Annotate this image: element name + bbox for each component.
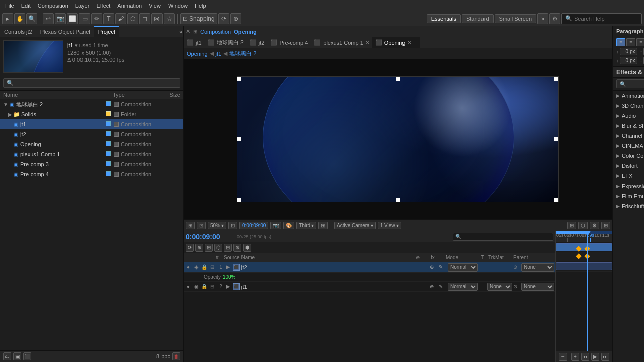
cat-expression-controls[interactable]: ▶ Expression Controls — [613, 181, 644, 191]
effects-search-input[interactable] — [628, 81, 644, 87]
pen-tool-btn[interactable]: ✏ — [91, 13, 102, 24]
corner-handle-bm[interactable] — [396, 198, 400, 202]
opacity-keyframe-1[interactable] — [576, 253, 581, 259]
new-footage-btn[interactable]: ⬛ — [23, 352, 31, 360]
workspace-standard-btn[interactable]: Standard — [462, 14, 494, 23]
tab-plexus[interactable]: ⬛ plexus1 Comp 1 ✕ — [311, 37, 372, 48]
snap-toggle-btn[interactable]: ⊡ Snapping — [180, 13, 217, 24]
workspace-more-btn[interactable]: » — [537, 13, 548, 24]
track-row-jt2[interactable] — [556, 242, 612, 252]
indent-val-1[interactable]: 0 px — [620, 48, 637, 55]
vt-color-btn[interactable]: 🎨 — [283, 222, 294, 229]
cat-frischluft[interactable]: ▶ Frischluft — [613, 201, 644, 211]
tl-transport-prev[interactable]: ⏮ — [581, 353, 589, 361]
layer-pencil-btn[interactable]: ✎ — [439, 264, 447, 270]
snap-extra-btn[interactable]: ⊕ — [230, 13, 242, 24]
tab-jt1[interactable]: ⬛ jt1 — [184, 37, 205, 48]
layer-parent-select[interactable]: None — [521, 263, 554, 272]
vt-zoom-selector[interactable]: 50% ▾ — [208, 222, 226, 229]
search-input[interactable] — [574, 16, 638, 22]
layer-search-input[interactable] — [461, 234, 551, 240]
panel-collapse-icon[interactable]: ≡ — [174, 29, 177, 35]
bit-depth-label[interactable]: 8 bpc — [156, 353, 170, 359]
list-item[interactable]: ▣ jt2 Composition — [0, 129, 183, 139]
undo-btn[interactable]: ↩ — [43, 13, 54, 24]
layer-solo-btn[interactable]: ◉ — [193, 284, 200, 289]
keyframe-diamond-1[interactable] — [576, 246, 581, 251]
indent-val-4[interactable]: 0 px — [620, 57, 637, 64]
corner-handle-mr[interactable] — [554, 137, 558, 141]
menu-view[interactable]: View — [146, 2, 164, 10]
list-item[interactable]: ▣ plexus1 Comp 1 Composition — [0, 149, 183, 159]
vt-time-display[interactable]: 0:00:09:00 — [239, 222, 268, 229]
current-time-display[interactable]: 0:00:09:00 — [186, 233, 236, 241]
vt-view-count-btn[interactable]: 1 View ▾ — [378, 222, 401, 229]
comp-menu-btn[interactable]: ≡ — [260, 29, 263, 35]
vt-snap-btn[interactable]: ⊞ — [186, 222, 195, 229]
list-item[interactable]: ▼ ▣ 地球黑白 2 Composition — [0, 99, 183, 109]
cat-cinema4d[interactable]: ▶ CINEMA 4D — [613, 141, 644, 151]
track-row-jt1[interactable] — [556, 261, 612, 272]
layer-shy-btn[interactable]: ⊟ — [209, 284, 216, 289]
align-center-btn[interactable]: ≡ — [626, 38, 635, 46]
layer-expand-btn[interactable]: ▶ — [226, 283, 232, 290]
puppet-tool-btn[interactable]: ⋈ — [151, 13, 163, 24]
layer-link-btn[interactable]: ⊕ — [430, 264, 438, 270]
tl-ctrl-btn-7[interactable]: ⬢ — [243, 244, 251, 252]
list-item[interactable]: ▣ jt1 Composition — [0, 119, 183, 129]
corner-handle-tl[interactable] — [237, 77, 242, 81]
tl-transport-next[interactable]: ⏭ — [601, 353, 609, 361]
menu-composition[interactable]: Composition — [35, 2, 71, 10]
layer-row-jt2[interactable]: ● ◉ 🔒 ⊟ 1 ▶ ⬛ jt2 ⊕ ✎ Normal — [184, 262, 555, 273]
layer-solo-btn[interactable]: ◉ — [193, 264, 200, 270]
cat-blur-sharpen[interactable]: ▶ Blur & Sharpen — [613, 121, 644, 131]
menu-edit[interactable]: Edit — [18, 2, 34, 10]
vt-settings-btn[interactable]: ⚙ — [590, 222, 599, 229]
tab-plexus[interactable]: Plexus Object Panel — [36, 26, 94, 37]
layer-row-jt1[interactable]: ● ◉ 🔒 ⊟ 2 ▶ ⬛ jt1 ⊕ ✎ Normal — [184, 282, 555, 292]
vt-snapshot-btn[interactable]: 📷 — [270, 222, 281, 229]
vt-view-mode-btn[interactable]: Third ▾ — [296, 222, 316, 229]
vt-view-mode-extra[interactable]: ⊞ — [318, 222, 328, 229]
layer-mode-select[interactable]: Normal — [448, 283, 478, 291]
rect-tool-btn[interactable]: ▭ — [79, 13, 90, 24]
vt-more-btn[interactable]: ⊞ — [601, 222, 610, 229]
vt-grid-btn[interactable]: ⊡ — [197, 222, 206, 229]
corner-handle-tr[interactable] — [554, 77, 558, 81]
tab-project[interactable]: Project — [94, 26, 119, 37]
tab-close-btn[interactable]: ✕ — [365, 40, 369, 45]
panel-expand-icon[interactable]: » — [179, 29, 182, 35]
camera-btn[interactable]: 📷 — [55, 13, 66, 24]
timeline-ruler[interactable]: 05s 06s 07s 08s — [556, 231, 612, 242]
corner-handle-bl[interactable] — [237, 198, 242, 202]
menu-effect[interactable]: Effect — [93, 2, 113, 10]
tl-ctrl-btn-6[interactable]: ⊛ — [233, 244, 242, 252]
cat-3d-channel[interactable]: ▶ 3D Channel — [613, 101, 644, 111]
tl-zoom-out-btn[interactable]: − — [559, 353, 567, 361]
corner-handle-tm[interactable] — [396, 77, 400, 81]
delete-btn[interactable]: 🗑 — [172, 352, 180, 360]
tl-ctrl-btn-4[interactable]: ⬡ — [214, 244, 222, 252]
layer-expand-btn[interactable]: ▶ — [226, 264, 232, 270]
snap-options-btn[interactable]: ⟳ — [218, 13, 229, 24]
track-bar-jt1[interactable] — [556, 262, 612, 270]
layer-parent-select[interactable]: None — [521, 283, 554, 291]
layer-pencil-btn[interactable]: ✎ — [439, 284, 447, 289]
layer-lock-btn[interactable]: 🔒 — [201, 284, 208, 289]
workspace-small-btn[interactable]: Small Screen — [495, 14, 536, 23]
new-comp-btn[interactable]: ▣ — [13, 352, 21, 360]
list-item[interactable]: ▣ Pre-comp 3 Composition — [0, 159, 183, 169]
workspace-settings-btn[interactable]: ⚙ — [549, 13, 560, 24]
cat-color-correction[interactable]: ▶ Color Correction — [613, 151, 644, 161]
select-tool-btn[interactable]: ▸ — [2, 13, 13, 24]
list-item[interactable]: ▶ 📁 Solids Folder — [0, 109, 183, 119]
corner-handle-br[interactable] — [554, 198, 558, 202]
tl-ctrl-btn-2[interactable]: ⊕ — [195, 244, 203, 252]
menu-layer[interactable]: Layer — [72, 2, 93, 10]
cat-distort[interactable]: ▶ Distort — [613, 161, 644, 171]
hand-tool-btn[interactable]: ✋ — [14, 13, 25, 24]
tab-precomp4[interactable]: ⬛ Pre-comp 4 — [267, 37, 311, 48]
layer-link-btn[interactable]: ⊕ — [430, 284, 438, 289]
zoom-tool-btn[interactable]: 🔍 — [26, 13, 37, 24]
tab-controls[interactable]: Controls jt2 — [0, 26, 36, 37]
